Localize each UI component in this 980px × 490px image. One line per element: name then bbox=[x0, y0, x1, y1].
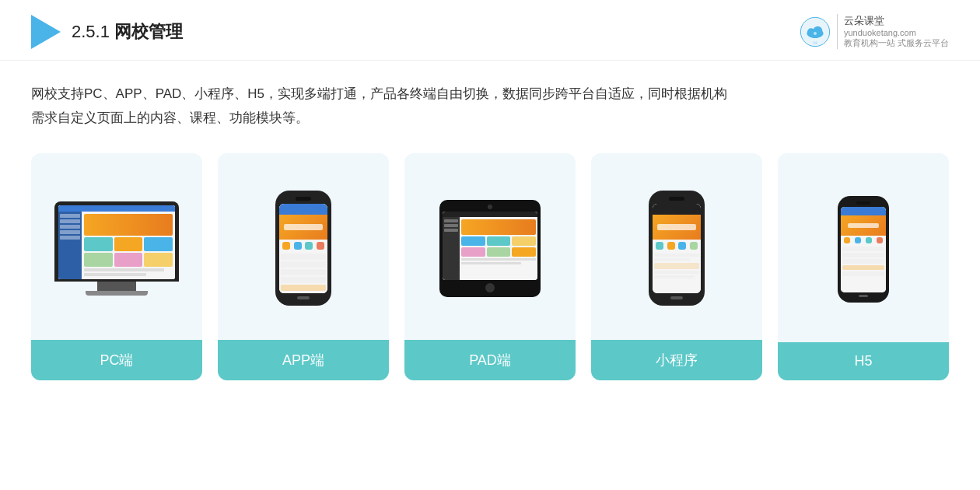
h5-phone-icon bbox=[838, 196, 889, 303]
pc-image-area bbox=[31, 153, 202, 340]
card-pc: PC端 bbox=[31, 153, 202, 380]
page-title: 2.5.1 网校管理 bbox=[72, 20, 183, 44]
svg-text:云朵: 云朵 bbox=[813, 40, 817, 44]
app-label: APP端 bbox=[218, 340, 389, 380]
brand-logo: 云朵 云朵课堂 yunduoketang.com 教育机构一站 式服务云平台 bbox=[800, 14, 949, 49]
pad-label: PAD端 bbox=[404, 340, 576, 380]
pc-label: PC端 bbox=[31, 340, 202, 380]
card-miniprogram: 小程序 bbox=[591, 153, 762, 380]
svg-point-4 bbox=[814, 32, 817, 35]
card-h5: H5 bbox=[778, 153, 949, 380]
miniprogram-image-area bbox=[591, 153, 762, 340]
header-left: 2.5.1 网校管理 bbox=[31, 15, 183, 49]
device-cards-area: PC端 bbox=[0, 138, 980, 396]
brand-text: 云朵课堂 yunduoketang.com 教育机构一站 式服务云平台 bbox=[837, 14, 949, 49]
cloud-logo-icon: 云朵 bbox=[800, 16, 831, 47]
miniprogram-label: 小程序 bbox=[591, 340, 762, 380]
brand-name-text: 云朵课堂 bbox=[844, 14, 884, 28]
description-text: 网校支持PC、APP、PAD、小程序、H5，实现多端打通，产品各终端自由切换，数… bbox=[0, 61, 980, 138]
miniprogram-phone-icon bbox=[649, 191, 705, 306]
brand-tagline: 教育机构一站 式服务云平台 bbox=[844, 37, 949, 49]
pad-image-area bbox=[404, 153, 576, 340]
card-app: APP端 bbox=[218, 153, 389, 380]
h5-image-area bbox=[778, 153, 949, 342]
pc-monitor-icon bbox=[54, 201, 179, 296]
app-phone-icon bbox=[275, 191, 331, 306]
pad-tablet-icon bbox=[439, 200, 541, 297]
page-container: 2.5.1 网校管理 云朵 云朵课堂 yunduoketang.com bbox=[0, 0, 980, 490]
app-image-area bbox=[218, 153, 389, 340]
svg-rect-5 bbox=[813, 36, 818, 38]
brand-url-text: yunduoketang.com bbox=[844, 28, 916, 37]
logo-triangle-icon bbox=[31, 15, 61, 49]
header: 2.5.1 网校管理 云朵 云朵课堂 yunduoketang.com bbox=[0, 0, 980, 61]
h5-label: H5 bbox=[778, 342, 949, 380]
card-pad: PAD端 bbox=[404, 153, 576, 380]
